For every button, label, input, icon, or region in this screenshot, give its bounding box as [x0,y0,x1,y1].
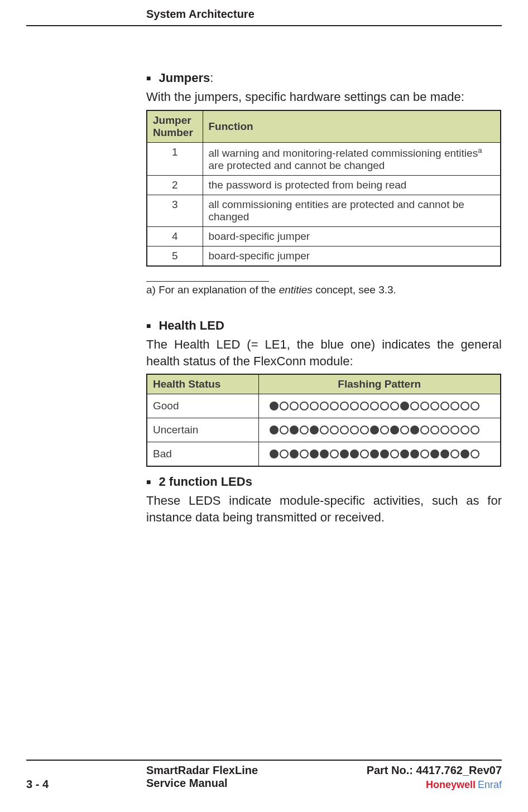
svg-point-25 [310,426,318,434]
svg-point-34 [401,426,409,434]
svg-point-13 [401,402,409,410]
footnote-a: a) For an explanation of the entities co… [146,284,502,296]
svg-point-53 [381,450,388,458]
svg-point-28 [340,426,348,434]
svg-point-14 [411,402,419,410]
flashing-pattern-cell [258,394,501,418]
svg-point-38 [441,426,449,434]
svg-point-24 [300,426,308,434]
svg-point-42 [270,450,278,458]
footer-right: Part No.: 4417.762_Rev07 Honeywell Enraf [367,764,502,791]
honeywell-enraf-logo: Honeywell Enraf [367,779,502,791]
jumpers-table: Jumper Number Function 1 all warning and… [146,110,501,267]
svg-point-12 [391,402,399,410]
svg-point-27 [330,426,338,434]
function-leds-intro: These LEDS indicate module-specific acti… [146,492,502,525]
svg-point-16 [431,402,439,410]
flashing-pattern-cell [258,418,501,442]
svg-point-33 [391,426,399,434]
square-bullet-icon: ■ [146,318,151,333]
svg-point-6 [330,402,338,410]
svg-point-47 [320,450,328,458]
svg-point-59 [441,450,449,458]
svg-point-9 [361,402,368,410]
function-leds-title: 2 function LEDs [159,475,252,489]
health-led-title: Health LED [159,318,224,333]
content-area: ■ Jumpers: With the jumpers, specific ha… [146,26,502,526]
svg-point-2 [290,402,298,410]
svg-point-55 [401,450,409,458]
table-row: 1 all warning and monitoring-related com… [147,142,501,175]
health-col-status: Health Status [147,374,258,394]
flashing-pattern-cell [258,442,501,467]
svg-point-32 [381,426,388,434]
svg-point-40 [461,426,469,434]
table-row: 4 board-specific jumper [147,227,501,246]
svg-point-18 [451,402,459,410]
health-table: Health Status Flashing Pattern GoodUncer… [146,374,501,467]
svg-point-7 [340,402,348,410]
jumpers-heading: ■ Jumpers: [146,71,502,85]
svg-point-51 [361,450,368,458]
health-status-cell: Good [147,394,258,418]
svg-point-26 [320,426,328,434]
svg-point-4 [310,402,318,410]
jumpers-intro: With the jumpers, specific hardware sett… [146,89,502,105]
svg-point-54 [391,450,399,458]
page-footer: 3 - 4 SmartRadar FlexLine Service Manual… [26,760,502,791]
square-bullet-icon: ■ [146,475,151,489]
svg-point-45 [300,450,308,458]
svg-point-62 [471,450,479,458]
page-header: System Architecture [146,8,502,25]
svg-point-58 [431,450,439,458]
svg-point-11 [381,402,388,410]
svg-point-61 [461,450,469,458]
table-row: 2 the password is protected from being r… [147,176,501,195]
svg-point-17 [441,402,449,410]
svg-point-30 [361,426,368,434]
svg-point-21 [270,426,278,434]
svg-point-15 [421,402,429,410]
svg-point-1 [280,402,288,410]
table-row: 3 all commissioning entities are protect… [147,195,501,227]
svg-point-44 [290,450,298,458]
svg-point-29 [351,426,358,434]
svg-point-20 [471,402,479,410]
health-led-intro: The Health LED (= LE1, the blue one) ind… [146,336,502,369]
function-leds-heading: ■ 2 function LEDs [146,475,502,489]
svg-point-35 [411,426,419,434]
health-led-heading: ■ Health LED [146,318,502,333]
svg-point-57 [421,450,429,458]
health-status-cell: Uncertain [147,418,258,442]
svg-point-3 [300,402,308,410]
svg-point-23 [290,426,298,434]
square-bullet-icon: ■ [146,71,151,85]
footer-title: SmartRadar FlexLine Service Manual [146,764,367,790]
svg-point-52 [371,450,378,458]
table-row: Bad [147,442,501,467]
svg-point-36 [421,426,429,434]
svg-point-37 [431,426,439,434]
svg-point-60 [451,450,459,458]
svg-point-19 [461,402,469,410]
svg-point-49 [340,450,348,458]
table-row: Good [147,394,501,418]
svg-point-10 [371,402,378,410]
svg-point-43 [280,450,288,458]
svg-point-22 [280,426,288,434]
svg-point-48 [330,450,338,458]
health-col-pattern: Flashing Pattern [258,374,501,394]
svg-point-46 [310,450,318,458]
health-status-cell: Bad [147,442,258,467]
page-number: 3 - 4 [26,778,146,791]
table-row: Uncertain [147,418,501,442]
jumper-col-function: Function [203,110,501,143]
svg-point-56 [411,450,419,458]
footnote-rule [146,281,269,282]
svg-point-31 [371,426,378,434]
part-number: Part No.: 4417.762_Rev07 [367,764,502,777]
jumper-col-number: Jumper Number [147,110,203,143]
svg-point-0 [270,402,278,410]
svg-point-39 [451,426,459,434]
svg-point-50 [351,450,358,458]
